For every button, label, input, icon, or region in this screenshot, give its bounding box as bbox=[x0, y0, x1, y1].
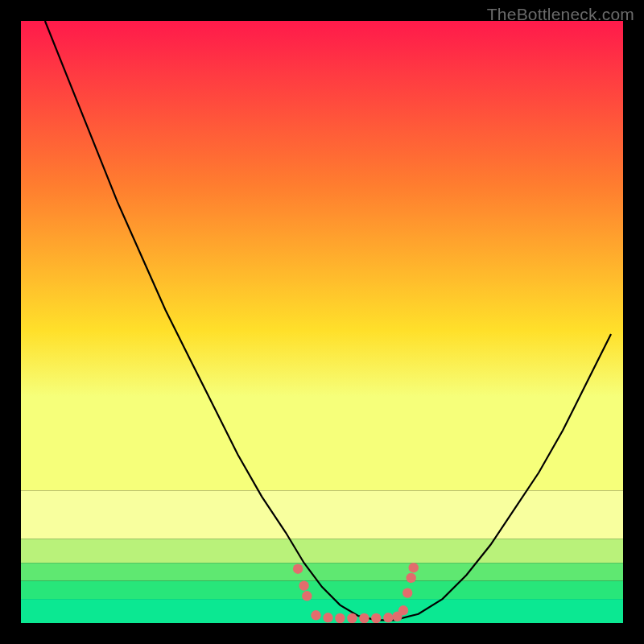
svg-rect-1 bbox=[21, 490, 623, 539]
svg-rect-2 bbox=[21, 539, 623, 563]
chart-frame bbox=[21, 21, 623, 623]
marker-dot bbox=[398, 605, 408, 615]
marker-dot bbox=[407, 573, 416, 583]
marker-dot bbox=[402, 588, 412, 597]
marker-dot bbox=[359, 613, 369, 623]
svg-rect-5 bbox=[21, 599, 623, 623]
marker-dot bbox=[409, 563, 419, 572]
svg-rect-4 bbox=[21, 581, 623, 599]
svg-rect-0 bbox=[21, 21, 623, 490]
marker-dot bbox=[383, 613, 393, 622]
marker-dot bbox=[371, 613, 381, 623]
marker-dot bbox=[323, 613, 332, 622]
marker-dot bbox=[293, 564, 303, 574]
svg-rect-3 bbox=[21, 563, 623, 580]
marker-dot bbox=[299, 580, 308, 590]
watermark-text: TheBottleneck.com bbox=[487, 5, 634, 24]
marker-dot bbox=[335, 613, 345, 623]
chart-bands bbox=[21, 490, 623, 623]
chart-background bbox=[21, 21, 623, 490]
marker-dot bbox=[302, 591, 312, 601]
marker-dot bbox=[311, 610, 320, 620]
marker-dot bbox=[347, 613, 357, 623]
chart-svg bbox=[21, 21, 623, 623]
